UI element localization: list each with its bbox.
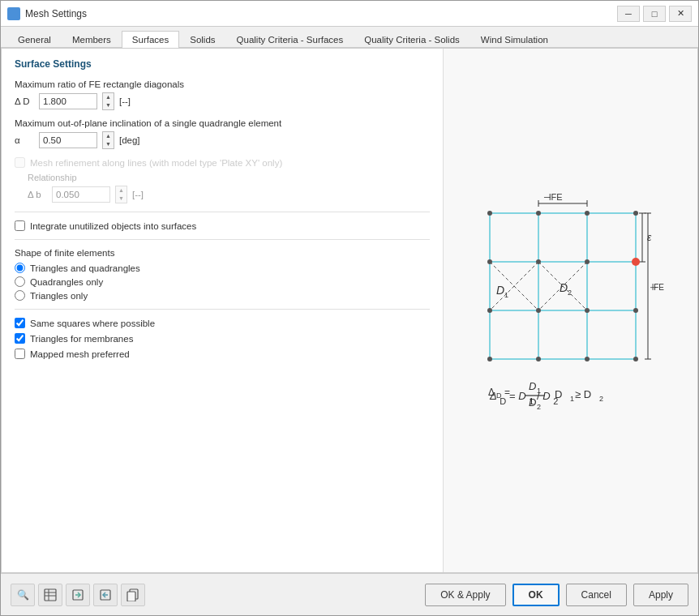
tab-general[interactable]: General bbox=[7, 31, 62, 48]
cancel-button[interactable]: Cancel bbox=[566, 584, 627, 606]
ok-apply-button[interactable]: OK & Apply bbox=[425, 584, 505, 606]
svg-text:D: D bbox=[560, 281, 568, 294]
svg-point-34 bbox=[487, 259, 492, 264]
alpha-spinner[interactable]: ▲ ▼ bbox=[102, 131, 114, 149]
mesh-refinement-checkbox[interactable] bbox=[15, 157, 25, 168]
delta-d-row: Δ D ▲ ▼ [--] bbox=[15, 92, 430, 110]
radio-triangles-quads-row: Triangles and quadrangles bbox=[15, 263, 430, 273]
svg-point-33 bbox=[633, 211, 638, 216]
alpha-input[interactable] bbox=[39, 132, 97, 148]
delta-b-label: Δ b bbox=[28, 190, 47, 199]
spin-up[interactable]: ▲ bbox=[103, 93, 114, 101]
tab-solids[interactable]: Solids bbox=[179, 31, 225, 48]
left-panel: Surface Settings Maximum ratio of FE rec… bbox=[2, 49, 444, 572]
svg-point-46 bbox=[632, 258, 640, 266]
svg-text:D: D bbox=[555, 388, 562, 400]
svg-point-42 bbox=[487, 357, 492, 361]
minimize-button[interactable]: ─ bbox=[617, 6, 640, 22]
search-icon-btn[interactable]: 🔍 bbox=[11, 584, 35, 606]
relationship-label: Relationship bbox=[28, 173, 430, 182]
radio-quads-only[interactable] bbox=[15, 276, 25, 287]
radio-triangles-quads-label: Triangles and quadrangles bbox=[30, 263, 140, 273]
tab-surfaces[interactable]: Surfaces bbox=[122, 31, 179, 48]
svg-point-43 bbox=[536, 357, 541, 361]
svg-point-36 bbox=[585, 259, 590, 264]
alpha-row: α ▲ ▼ [deg] bbox=[15, 131, 430, 149]
integrate-row: Integrate unutilized objects into surfac… bbox=[15, 220, 430, 231]
mesh-refinement-label: Mesh refinement along lines (with model … bbox=[30, 158, 282, 168]
integrate-checkbox[interactable] bbox=[15, 220, 25, 231]
mapped-mesh-row: Mapped mesh preferred bbox=[15, 349, 430, 359]
table-icon-btn[interactable] bbox=[38, 584, 62, 606]
svg-text:=: = bbox=[504, 387, 510, 398]
window-controls: ─ □ ✕ bbox=[617, 6, 692, 22]
svg-rect-60 bbox=[45, 589, 56, 601]
triangles-membranes-row: Triangles for membranes bbox=[15, 333, 430, 344]
radio-triangles-only[interactable] bbox=[15, 290, 25, 301]
spin-down-alpha[interactable]: ▼ bbox=[103, 140, 114, 148]
mapped-mesh-label: Mapped mesh preferred bbox=[30, 349, 130, 359]
svg-rect-69 bbox=[127, 592, 135, 601]
svg-text:1: 1 bbox=[537, 387, 541, 395]
tab-quality-solids[interactable]: Quality Criteria - Solids bbox=[354, 31, 470, 48]
svg-point-45 bbox=[633, 357, 638, 361]
copy-icon-btn[interactable] bbox=[121, 584, 145, 606]
radio-quads-only-row: Quadrangles only bbox=[15, 276, 430, 287]
mesh-diagram: D 1 D 2 lFE ─ ε bbox=[474, 189, 668, 432]
window-title: Mesh Settings bbox=[25, 8, 617, 19]
delta-d-unit: [--] bbox=[119, 96, 131, 106]
mapped-mesh-checkbox[interactable] bbox=[15, 349, 25, 359]
delta-d-input[interactable] bbox=[39, 93, 97, 109]
apply-button[interactable]: Apply bbox=[633, 584, 688, 606]
alpha-label: α bbox=[15, 135, 34, 145]
section-title: Surface Settings bbox=[15, 58, 430, 70]
spin-down[interactable]: ▼ bbox=[103, 101, 114, 109]
triangles-membranes-checkbox[interactable] bbox=[15, 333, 25, 344]
spin-up-b[interactable]: ▲ bbox=[116, 186, 127, 195]
tab-members[interactable]: Members bbox=[62, 31, 122, 48]
tab-quality-surfaces[interactable]: Quality Criteria - Surfaces bbox=[226, 31, 354, 48]
ok-button[interactable]: OK bbox=[512, 584, 560, 606]
shape-radio-group: Triangles and quadrangles Quadrangles on… bbox=[15, 263, 430, 301]
svg-text:≥ D: ≥ D bbox=[575, 388, 591, 400]
delta-b-spinner[interactable]: ▲ ▼ bbox=[115, 186, 127, 203]
app-icon bbox=[7, 7, 20, 20]
svg-text:D: D bbox=[496, 284, 504, 297]
svg-text:D: D bbox=[496, 391, 502, 400]
svg-text:Δ: Δ bbox=[488, 387, 495, 398]
svg-text:1: 1 bbox=[570, 395, 574, 403]
svg-point-39 bbox=[536, 308, 541, 313]
svg-point-44 bbox=[585, 357, 590, 361]
import-icon-btn[interactable] bbox=[93, 584, 118, 606]
close-button[interactable]: ✕ bbox=[669, 6, 692, 22]
tab-bar: General Members Surfaces Solids Quality … bbox=[1, 27, 698, 48]
radio-triangles-quads[interactable] bbox=[15, 263, 25, 273]
maximize-button[interactable]: □ bbox=[643, 6, 666, 22]
svg-point-35 bbox=[536, 259, 541, 264]
svg-text:D: D bbox=[529, 380, 536, 392]
bottom-action-buttons: OK & Apply OK Cancel Apply bbox=[425, 584, 688, 606]
delta-d-spinner[interactable]: ▲ ▼ bbox=[102, 92, 114, 110]
svg-point-38 bbox=[487, 308, 492, 313]
svg-text:2: 2 bbox=[568, 289, 572, 297]
svg-text:─: ─ bbox=[543, 192, 551, 202]
title-bar: Mesh Settings ─ □ ✕ bbox=[1, 1, 698, 27]
delta-b-row: Δ b ▲ ▼ [--] bbox=[28, 186, 430, 203]
same-squares-row: Same squares where possible bbox=[15, 318, 430, 328]
radio-triangles-only-row: Triangles only bbox=[15, 290, 430, 301]
triangles-membranes-label: Triangles for membranes bbox=[30, 334, 133, 344]
spin-up-alpha[interactable]: ▲ bbox=[103, 132, 114, 140]
svg-point-41 bbox=[633, 308, 638, 313]
delta-b-input[interactable] bbox=[52, 186, 110, 203]
tab-wind[interactable]: Wind Simulation bbox=[470, 31, 559, 48]
svg-text:D: D bbox=[529, 396, 536, 409]
svg-text:1: 1 bbox=[504, 291, 508, 299]
svg-text:lFE: lFE bbox=[549, 192, 563, 202]
spin-down-b[interactable]: ▼ bbox=[116, 195, 127, 203]
same-squares-checkbox[interactable] bbox=[15, 318, 25, 328]
svg-text:2: 2 bbox=[537, 403, 541, 411]
bottom-icon-area: 🔍 bbox=[11, 584, 425, 606]
svg-text:2: 2 bbox=[599, 395, 603, 403]
radio-triangles-only-label: Triangles only bbox=[30, 291, 88, 301]
export-icon-btn[interactable] bbox=[66, 584, 90, 606]
